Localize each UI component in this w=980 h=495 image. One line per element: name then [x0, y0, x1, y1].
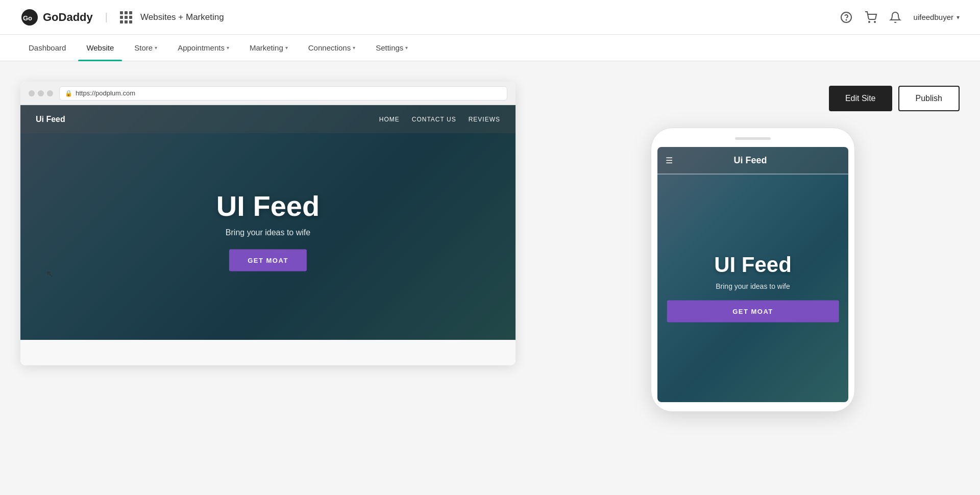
appointments-chevron-icon: ▾ — [227, 45, 229, 51]
site-nav: Ui Feed HOME CONTACT US REVIEWS — [20, 105, 516, 133]
browser-dot-green — [47, 90, 53, 96]
browser-dot-yellow — [38, 90, 44, 96]
mobile-preview-frame: ☰ Ui Feed UI Feed Bring your ideas to wi… — [651, 128, 855, 412]
top-header: Go GoDaddy | Websites + Marketing — [0, 0, 980, 35]
user-menu-button[interactable]: uifeedbuyer ▾ — [914, 13, 960, 21]
svg-point-4 — [869, 21, 870, 22]
site-brand-desktop: Ui Feed — [36, 115, 65, 124]
desktop-preview: 🔒 https://podplum.com Ui Feed HOME CONTA… — [20, 82, 516, 365]
mobile-hamburger-icon: ☰ — [666, 156, 673, 165]
mobile-speaker-bar — [735, 137, 771, 140]
right-panel: Edit Site Publish ☰ Ui Feed UI Feed Brin… — [546, 82, 960, 412]
connections-chevron-icon: ▾ — [353, 45, 355, 51]
browser-window: 🔒 https://podplum.com Ui Feed HOME CONTA… — [20, 82, 516, 365]
browser-url: https://podplum.com — [76, 89, 135, 97]
mobile-site-brand: Ui Feed — [733, 155, 767, 166]
product-name: Websites + Marketing — [140, 12, 224, 22]
site-nav-reviews: REVIEWS — [469, 116, 500, 123]
nav-appointments[interactable]: Appointments ▾ — [169, 35, 237, 61]
action-buttons: Edit Site Publish — [546, 82, 960, 111]
help-button[interactable] — [840, 11, 852, 23]
website-desktop-preview: Ui Feed HOME CONTACT US REVIEWS UI Feed … — [20, 105, 516, 340]
notifications-button[interactable] — [889, 11, 901, 23]
mobile-site-nav: ☰ Ui Feed — [657, 147, 848, 174]
browser-toolbar: 🔒 https://podplum.com — [20, 82, 516, 105]
mobile-nav-underline — [657, 174, 848, 175]
user-chevron-icon: ▾ — [957, 14, 960, 21]
cart-button[interactable] — [865, 11, 877, 23]
site-nav-links: HOME CONTACT US REVIEWS — [379, 116, 500, 123]
cursor-indicator: ↖ — [46, 268, 54, 280]
marketing-chevron-icon: ▾ — [285, 45, 288, 51]
nav-connections[interactable]: Connections ▾ — [300, 35, 363, 61]
hero-subtitle-desktop: Bring your ideas to wife — [216, 228, 320, 237]
svg-point-5 — [874, 21, 875, 22]
header-right: uifeedbuyer ▾ — [840, 11, 960, 23]
browser-dot-red — [29, 90, 35, 96]
site-nav-contact: CONTACT US — [412, 116, 456, 123]
site-hero: UI Feed Bring your ideas to wife GET MOA… — [216, 190, 320, 271]
mobile-screen: ☰ Ui Feed UI Feed Bring your ideas to wi… — [657, 147, 848, 402]
mobile-hero-subtitle: Bring your ideas to wife — [667, 282, 839, 290]
logo-text: GoDaddy — [43, 11, 93, 24]
username-label: uifeedbuyer — [914, 13, 953, 21]
hero-cta-desktop[interactable]: GET MOAT — [229, 249, 307, 271]
mobile-speaker — [657, 137, 848, 140]
browser-dots — [29, 90, 53, 96]
lock-icon: 🔒 — [65, 90, 72, 97]
mobile-hero-title: UI Feed — [667, 253, 839, 277]
hero-title-desktop: UI Feed — [216, 190, 320, 222]
header-left: Go GoDaddy | Websites + Marketing — [20, 8, 224, 27]
nav-dashboard[interactable]: Dashboard — [20, 35, 74, 61]
settings-chevron-icon: ▾ — [405, 45, 408, 51]
godaddy-logo-icon: Go — [20, 8, 39, 27]
godaddy-logo: Go GoDaddy — [20, 8, 93, 27]
svg-text:Go: Go — [23, 14, 32, 22]
site-nav-home: HOME — [379, 116, 400, 123]
publish-button[interactable]: Publish — [898, 86, 960, 111]
main-content: 🔒 https://podplum.com Ui Feed HOME CONTA… — [0, 61, 980, 432]
website-footer — [20, 340, 516, 365]
browser-address-bar[interactable]: 🔒 https://podplum.com — [59, 86, 507, 101]
nav-settings[interactable]: Settings ▾ — [368, 35, 416, 61]
header-divider: | — [105, 11, 108, 23]
nav-website[interactable]: Website — [78, 35, 122, 61]
mobile-hero: UI Feed Bring your ideas to wife GET MOA… — [667, 253, 839, 323]
main-nav: Dashboard Website Store ▾ Appointments ▾… — [0, 35, 980, 61]
nav-marketing[interactable]: Marketing ▾ — [241, 35, 296, 61]
grid-icon — [120, 11, 132, 23]
mobile-hero-cta[interactable]: GET MOAT — [667, 301, 839, 323]
nav-store[interactable]: Store ▾ — [126, 35, 165, 61]
edit-site-button[interactable]: Edit Site — [829, 86, 892, 111]
store-chevron-icon: ▾ — [155, 45, 157, 51]
